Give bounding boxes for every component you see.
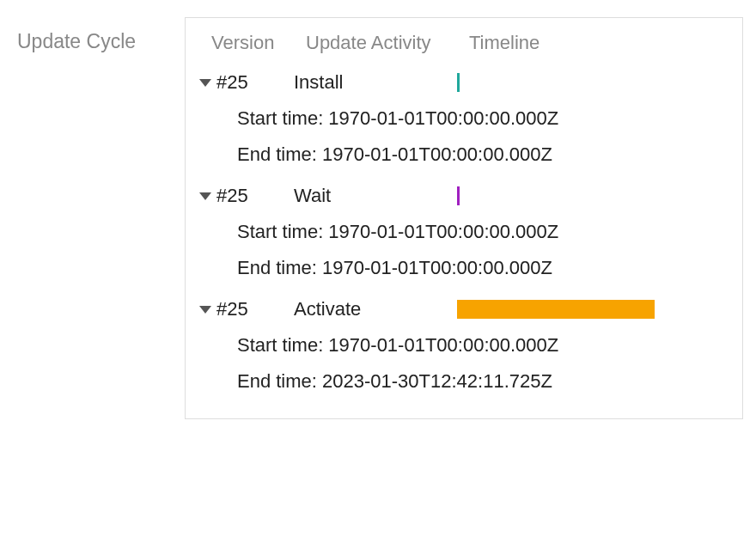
activity-text: Wait bbox=[294, 185, 457, 207]
version-text: #25 bbox=[216, 298, 248, 320]
timeline-cell bbox=[457, 186, 729, 206]
start-time-label: Start time: bbox=[237, 107, 328, 129]
header-timeline: Timeline bbox=[469, 32, 729, 54]
start-time-label: Start time: bbox=[237, 334, 328, 356]
start-time-value: 1970-01-01T00:00:00.000Z bbox=[328, 221, 558, 242]
version-text: #25 bbox=[216, 185, 248, 207]
end-time-row: End time: 1970-01-01T00:00:00.000Z bbox=[199, 137, 729, 173]
end-time-value: 1970-01-01T00:00:00.000Z bbox=[322, 257, 552, 278]
end-time-label: End time: bbox=[237, 143, 322, 165]
end-time-row: End time: 2023-01-30T12:42:11.725Z bbox=[199, 363, 729, 399]
activity-text: Activate bbox=[294, 298, 457, 320]
version-text: #25 bbox=[216, 71, 248, 94]
header-activity: Update Activity bbox=[306, 32, 469, 54]
end-time-label: End time: bbox=[237, 257, 322, 278]
timeline-bar bbox=[457, 300, 655, 319]
update-group: #25 Install Start time: 1970-01-01T00:00… bbox=[199, 64, 729, 173]
start-time-label: Start time: bbox=[237, 221, 328, 242]
timeline-cell bbox=[457, 299, 729, 320]
chevron-down-icon[interactable] bbox=[199, 192, 211, 200]
update-row[interactable]: #25 Wait bbox=[199, 178, 729, 214]
start-time-value: 1970-01-01T00:00:00.000Z bbox=[328, 107, 558, 129]
timeline-bar bbox=[457, 73, 460, 92]
chevron-down-icon[interactable] bbox=[199, 306, 211, 314]
update-row[interactable]: #25 Activate bbox=[199, 291, 729, 327]
end-time-value: 1970-01-01T00:00:00.000Z bbox=[322, 143, 552, 165]
start-time-row: Start time: 1970-01-01T00:00:00.000Z bbox=[199, 214, 729, 250]
start-time-value: 1970-01-01T00:00:00.000Z bbox=[328, 334, 558, 356]
start-time-row: Start time: 1970-01-01T00:00:00.000Z bbox=[199, 327, 729, 363]
update-group: #25 Activate Start time: 1970-01-01T00:0… bbox=[199, 291, 729, 399]
start-time-row: Start time: 1970-01-01T00:00:00.000Z bbox=[199, 101, 729, 137]
end-time-value: 2023-01-30T12:42:11.725Z bbox=[322, 370, 552, 392]
timeline-cell bbox=[457, 72, 729, 93]
activity-text: Install bbox=[294, 71, 457, 94]
header-version: Version bbox=[211, 32, 306, 54]
update-group: #25 Wait Start time: 1970-01-01T00:00:00… bbox=[199, 178, 729, 286]
update-row[interactable]: #25 Install bbox=[199, 64, 729, 101]
header-row: Version Update Activity Timeline bbox=[199, 28, 729, 64]
side-label: Update Cycle bbox=[17, 17, 168, 53]
chevron-down-icon[interactable] bbox=[199, 79, 211, 87]
timeline-bar bbox=[457, 186, 460, 205]
end-time-row: End time: 1970-01-01T00:00:00.000Z bbox=[199, 250, 729, 286]
end-time-label: End time: bbox=[237, 370, 322, 392]
update-cycle-panel: Version Update Activity Timeline #25 Ins… bbox=[185, 17, 743, 419]
